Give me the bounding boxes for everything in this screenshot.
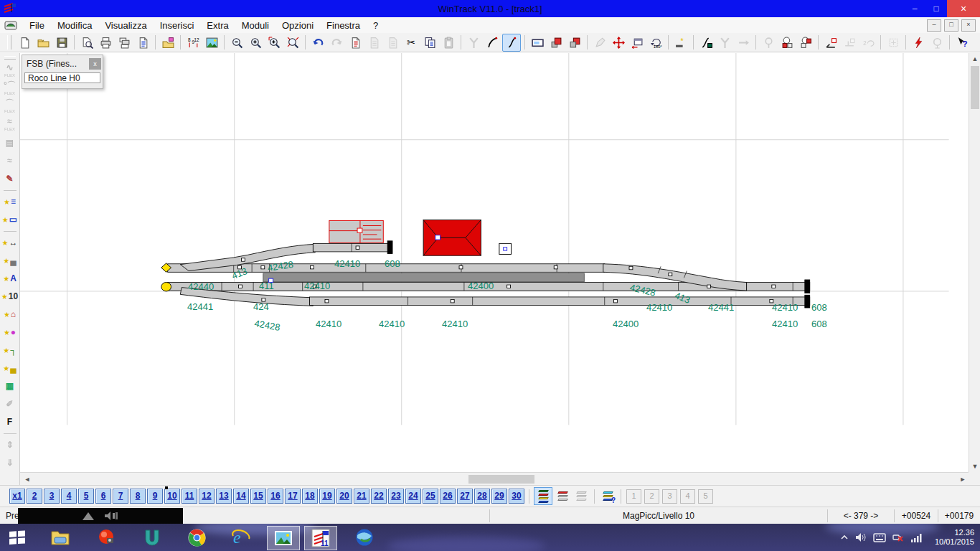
- measure-tool[interactable]: ★↔: [1, 234, 19, 252]
- current-layer-button[interactable]: [554, 488, 571, 504]
- flex-track-button[interactable]: [502, 34, 521, 52]
- minimize-button[interactable]: –: [904, 0, 925, 17]
- cut-button[interactable]: ✂: [402, 34, 420, 51]
- small-item[interactable]: [499, 243, 512, 254]
- figures-tool[interactable]: ★●: [1, 324, 19, 342]
- menu-opzioni[interactable]: Opzioni: [275, 19, 320, 32]
- mdi-minimize-button[interactable]: –: [927, 19, 941, 32]
- menu-help[interactable]: ?: [367, 19, 385, 32]
- copy-button[interactable]: [421, 34, 438, 51]
- start-button[interactable]: [1, 526, 33, 549]
- menu-visualizza[interactable]: Visualizza: [98, 19, 153, 32]
- taskbar-clock[interactable]: 12.36 10/01/2015: [935, 528, 974, 547]
- track-system-select[interactable]: Roco Line H0: [24, 72, 100, 83]
- page-button-10[interactable]: 10: [164, 489, 180, 504]
- image-viewer-icon[interactable]: [267, 526, 300, 550]
- menu-inserisci[interactable]: Inserisci: [154, 19, 201, 32]
- internet-explorer-icon[interactable]: e: [225, 526, 257, 549]
- magic-wand-tool[interactable]: ✎: [1, 170, 19, 188]
- page-button-6[interactable]: 6: [95, 489, 111, 504]
- rectangle-tool[interactable]: ★▭: [1, 211, 19, 229]
- open-button[interactable]: [34, 34, 52, 51]
- horizontal-scrollbar[interactable]: ◄ ►: [20, 472, 969, 485]
- page-button-4[interactable]: 4: [61, 489, 77, 504]
- numbering-tool[interactable]: ★10: [1, 288, 19, 306]
- background-image-tool[interactable]: ▦: [1, 377, 19, 395]
- platform-tool[interactable]: ★▄: [1, 252, 19, 270]
- flex-convert-button[interactable]: [697, 34, 715, 51]
- page-button-26[interactable]: 26: [440, 489, 456, 504]
- power-icon[interactable]: [892, 532, 904, 542]
- connect-new-button[interactable]: *: [672, 34, 689, 51]
- page-button-9[interactable]: 9: [147, 489, 163, 504]
- mdi-restore-button[interactable]: □: [944, 19, 958, 32]
- maximize-button[interactable]: □: [925, 0, 947, 17]
- print-preview-button[interactable]: [78, 34, 95, 51]
- vertical-scrollbar[interactable]: ▲ ▼: [969, 53, 980, 472]
- hscroll-thumb[interactable]: [468, 475, 534, 484]
- curve-tool-button[interactable]: [484, 34, 501, 51]
- house-tool[interactable]: ★⌂: [1, 306, 19, 324]
- endpoint-button[interactable]: [822, 34, 839, 51]
- page-button-20[interactable]: 20: [336, 489, 352, 504]
- page-button-8[interactable]: 8: [130, 489, 146, 504]
- piece-numbers-button[interactable]: 8912: [184, 34, 202, 51]
- page-button-2[interactable]: 2: [27, 489, 42, 504]
- text-tool[interactable]: ★A: [1, 270, 19, 288]
- page-button-14[interactable]: 14: [233, 489, 249, 504]
- undo-button[interactable]: [309, 34, 326, 51]
- electric-button[interactable]: [910, 34, 927, 51]
- page-button-3[interactable]: 3: [44, 489, 60, 504]
- send-back-button[interactable]: [566, 34, 583, 51]
- scroll-down-icon[interactable]: ▼: [969, 461, 980, 472]
- network-icon[interactable]: [910, 533, 923, 542]
- close-icon[interactable]: x: [89, 58, 101, 70]
- building-outline-red[interactable]: [329, 220, 383, 242]
- background-image-button[interactable]: [203, 34, 220, 51]
- page-button-29[interactable]: 29: [491, 489, 507, 504]
- page-button-x1[interactable]: x1: [9, 489, 25, 504]
- page-button-18[interactable]: 18: [302, 489, 318, 504]
- track-canvas[interactable]: 4244041342428424106084114241042400424414…: [20, 53, 969, 472]
- file-explorer-icon[interactable]: [44, 526, 76, 549]
- all-layers-button[interactable]: [534, 487, 552, 505]
- scroll-up-icon[interactable]: ▲: [969, 53, 980, 65]
- track-endpoints[interactable]: [161, 263, 171, 291]
- context-help-button[interactable]: ?: [953, 34, 971, 51]
- bring-front-button[interactable]: [547, 34, 565, 51]
- page-button-25[interactable]: 25: [423, 489, 438, 504]
- menu-modifica[interactable]: Modifica: [51, 19, 98, 32]
- rotate-180-button[interactable]: 180°: [647, 34, 664, 51]
- text-box-button[interactable]: [529, 34, 546, 51]
- building-red-roof[interactable]: [423, 220, 481, 256]
- select-front-button[interactable]: [778, 34, 796, 51]
- move-piece-button[interactable]: [610, 34, 627, 51]
- menu-file[interactable]: File: [23, 19, 51, 32]
- track-library-button[interactable]: [159, 34, 176, 51]
- page-button-17[interactable]: 17: [285, 489, 301, 504]
- save-button[interactable]: [53, 34, 70, 51]
- page-button-23[interactable]: 23: [388, 489, 404, 504]
- page-button-11[interactable]: 11: [182, 489, 197, 504]
- parts-list-button[interactable]: [134, 34, 151, 51]
- page-button-24[interactable]: 24: [405, 489, 421, 504]
- page-button-12[interactable]: 12: [199, 489, 215, 504]
- zoom-fit-button[interactable]: [284, 34, 301, 51]
- zoom-window-button[interactable]: [265, 34, 283, 51]
- print-pages-button[interactable]: [116, 34, 133, 51]
- hidden-icons-icon[interactable]: [840, 534, 849, 541]
- wintrack-icon[interactable]: 11: [304, 526, 337, 550]
- menu-moduli[interactable]: Moduli: [235, 19, 275, 32]
- vscroll-thumb[interactable]: [971, 66, 979, 109]
- page-button-19[interactable]: 19: [319, 489, 335, 504]
- ruler-tool[interactable]: ★≡: [1, 193, 19, 211]
- close-button[interactable]: ×: [947, 0, 980, 17]
- page-button-28[interactable]: 28: [474, 489, 490, 504]
- terrain-tool[interactable]: ★▄: [1, 359, 19, 377]
- google-earth-icon[interactable]: [349, 526, 380, 549]
- chrome-icon[interactable]: [181, 526, 212, 549]
- mdi-close-button[interactable]: ×: [961, 19, 976, 32]
- photo-app-icon[interactable]: [90, 526, 122, 549]
- page-button-13[interactable]: 13: [216, 489, 232, 504]
- page-button-5[interactable]: 5: [78, 489, 94, 504]
